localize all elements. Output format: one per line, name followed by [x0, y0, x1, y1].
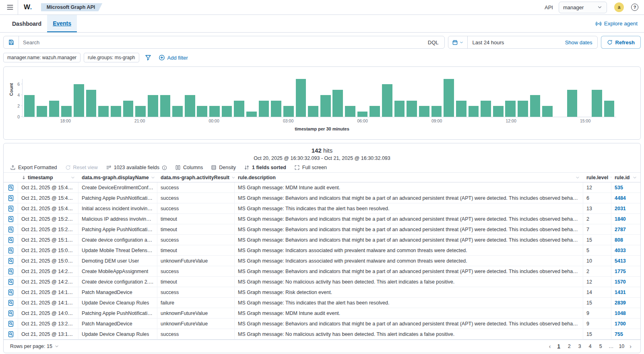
columns-button[interactable]: Columns: [175, 165, 203, 170]
histogram-bar[interactable]: [160, 95, 171, 117]
inspect-document-icon[interactable]: [8, 184, 14, 191]
chevron-down-icon[interactable]: [70, 175, 75, 180]
rule-id-link[interactable]: 4033: [615, 248, 626, 253]
rule-id-link[interactable]: 1431: [615, 290, 626, 295]
export-formatted-button[interactable]: Export Formatted: [10, 165, 57, 170]
chevron-down-icon[interactable]: [231, 175, 235, 180]
header-rule-description[interactable]: rule.description: [235, 173, 583, 182]
histogram-bar[interactable]: [469, 106, 479, 117]
inspect-document-icon[interactable]: [8, 258, 14, 264]
rule-id-link[interactable]: 2787: [615, 227, 626, 232]
rule-id-link[interactable]: 755: [615, 331, 623, 337]
rule-id-link[interactable]: 1775: [615, 269, 626, 274]
avatar[interactable]: a: [614, 2, 624, 12]
histogram-bar[interactable]: [382, 84, 392, 117]
page-button[interactable]: 2: [564, 342, 574, 351]
histogram-bar[interactable]: [61, 106, 72, 117]
histogram-bar[interactable]: [111, 106, 121, 117]
manager-select[interactable]: manager: [559, 2, 607, 13]
fields-sorted-button[interactable]: 1 fields sorted: [244, 165, 286, 170]
rule-id-link[interactable]: 808: [615, 237, 623, 243]
header-activity-result[interactable]: data.ms-graph.activityResult: [157, 173, 235, 182]
reset-view-button[interactable]: Reset view: [65, 165, 98, 170]
tab-events[interactable]: Events: [47, 15, 77, 32]
time-range-value[interactable]: Last 24 hours: [468, 39, 565, 46]
inspect-document-icon[interactable]: [8, 279, 14, 285]
inspect-document-icon[interactable]: [8, 205, 14, 212]
rule-id-link[interactable]: 2031: [615, 206, 626, 211]
histogram-bar[interactable]: [369, 106, 380, 117]
histogram-bar[interactable]: [320, 95, 331, 117]
histogram-bar[interactable]: [283, 106, 294, 117]
histogram-bar[interactable]: [135, 106, 146, 117]
refresh-button[interactable]: Refresh: [601, 36, 641, 49]
histogram-bar[interactable]: [530, 95, 541, 117]
rule-id-link[interactable]: 1570: [615, 279, 626, 285]
filter-funnel-icon[interactable]: [145, 54, 151, 61]
histogram-bar[interactable]: [444, 79, 454, 117]
histogram-bar[interactable]: [37, 106, 47, 117]
rows-per-page-selector[interactable]: Rows per page: 15: [10, 344, 59, 349]
inspect-document-icon[interactable]: [8, 310, 14, 317]
inspect-document-icon[interactable]: [8, 300, 14, 306]
histogram-bar[interactable]: [357, 112, 368, 117]
rule-id-link[interactable]: 5413: [615, 258, 626, 264]
inspect-document-icon[interactable]: [8, 216, 14, 222]
rule-id-link[interactable]: 1840: [615, 216, 626, 222]
menu-icon[interactable]: [6, 2, 18, 12]
histogram-bar[interactable]: [197, 106, 207, 117]
chevron-down-icon[interactable]: [151, 175, 155, 180]
wazuh-logo[interactable]: W.: [24, 3, 32, 11]
inspect-document-icon[interactable]: [8, 268, 14, 275]
rule-id-link[interactable]: 535: [615, 185, 623, 190]
histogram-bar[interactable]: [209, 106, 220, 117]
histogram-bar[interactable]: [49, 101, 60, 117]
histogram-bar[interactable]: [308, 106, 318, 117]
histogram-bar[interactable]: [172, 106, 183, 117]
previous-page-button[interactable]: ‹: [547, 343, 553, 350]
inspect-document-icon[interactable]: [8, 289, 14, 296]
histogram-bar[interactable]: [481, 101, 491, 117]
help-icon[interactable]: ?: [631, 4, 638, 11]
inspect-document-icon[interactable]: [8, 321, 14, 327]
histogram-bar[interactable]: [98, 106, 109, 117]
chevron-down-icon[interactable]: [575, 175, 580, 180]
page-button[interactable]: 3: [575, 342, 584, 351]
rule-id-link[interactable]: 4484: [615, 195, 626, 201]
calendar-button[interactable]: [448, 36, 468, 48]
search-input[interactable]: [19, 39, 422, 46]
histogram-bar[interactable]: [234, 101, 244, 117]
inspect-document-icon[interactable]: [8, 195, 14, 201]
density-button[interactable]: Density: [211, 165, 236, 170]
inspect-document-icon[interactable]: [8, 226, 14, 233]
page-button[interactable]: 10: [617, 342, 626, 351]
chevron-down-icon[interactable]: [632, 175, 637, 180]
page-button[interactable]: 4: [585, 342, 595, 351]
header-rule-id[interactable]: rule.id: [611, 173, 640, 182]
filter-pill[interactable]: rule.groups: ms-graph: [84, 53, 139, 62]
histogram-bar[interactable]: [259, 101, 269, 117]
histogram-bar[interactable]: [567, 90, 578, 117]
histogram-bar[interactable]: [74, 84, 84, 117]
header-display-name[interactable]: data.ms-graph.displayName: [78, 173, 157, 182]
tab-dashboard[interactable]: Dashboard: [6, 15, 47, 32]
histogram-bar[interactable]: [271, 101, 281, 117]
full-screen-button[interactable]: Full screen: [294, 165, 327, 170]
histogram-bar[interactable]: [407, 101, 417, 117]
histogram-bar[interactable]: [222, 106, 232, 117]
histogram-bar[interactable]: [394, 101, 405, 117]
header-rule-level[interactable]: rule.level: [583, 173, 611, 182]
histogram-bar[interactable]: [542, 106, 553, 117]
histogram-bar[interactable]: [86, 90, 97, 117]
info-icon[interactable]: [162, 165, 167, 170]
histogram-bar[interactable]: [592, 90, 602, 117]
add-filter-button[interactable]: Add filter: [159, 54, 188, 61]
explore-agent-link[interactable]: Explore agent: [595, 15, 638, 32]
histogram-bar[interactable]: [148, 95, 158, 117]
histogram-bar[interactable]: [332, 90, 343, 117]
histogram-bar[interactable]: [123, 101, 134, 117]
histogram-bar[interactable]: [431, 106, 442, 117]
rule-id-link[interactable]: 1700: [615, 321, 626, 327]
histogram-bar[interactable]: [604, 101, 615, 117]
next-page-button[interactable]: ›: [627, 343, 634, 350]
